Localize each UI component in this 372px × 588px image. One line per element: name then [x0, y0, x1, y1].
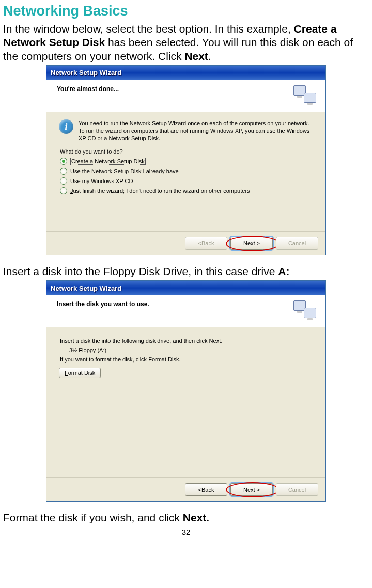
page-number: 32 [0, 527, 372, 536]
next-button[interactable]: Next > [230, 483, 273, 496]
radio-just-finish[interactable]: Just finish the wizard; I don't need to … [60, 187, 313, 194]
middle-paragraph: Insert a disk into the Floppy Disk Drive… [3, 265, 370, 278]
title-bar[interactable]: Network Setup Wizard [47, 66, 326, 80]
instruction-text: Insert a disk the into the following dis… [60, 338, 313, 344]
radio-create-setup-disk[interactable]: Create a Network Setup Disk [60, 158, 313, 165]
back-button[interactable]: < Back [185, 483, 227, 496]
info-icon: i [59, 119, 73, 134]
text: . [208, 50, 211, 62]
text: Insert a disk into the Floppy Disk Drive… [3, 265, 278, 277]
info-text: You need to run the Network Setup Wizard… [79, 119, 313, 143]
wizard-subtitle: Insert the disk you want to use. [57, 300, 319, 308]
text: Format the disk if you wish, and click [3, 511, 183, 523]
wizard-subtitle: You're almost done... [57, 85, 319, 93]
back-button: < Back [185, 237, 227, 250]
cancel-button: Cancel [276, 483, 318, 496]
instruction-text: If you want to format the disk, click Fo… [60, 356, 313, 363]
radio-label: Use the Network Setup Disk I already hav… [70, 168, 179, 174]
format-disk-button[interactable]: Format Disk [59, 368, 101, 378]
wizard-header: You're almost done... [47, 80, 326, 112]
drive-label: 3½ Floppy (A:) [69, 347, 313, 353]
intro-paragraph: In the window below, select the best opt… [3, 22, 370, 63]
cancel-button: Cancel [276, 237, 318, 250]
network-setup-wizard-dialog-1: Network Setup Wizard You're almost done.… [46, 65, 326, 255]
window-title: Network Setup Wizard [51, 284, 121, 292]
computers-icon [293, 85, 318, 107]
button-row: < Back Next > Cancel [47, 231, 326, 255]
text-bold: A: [278, 265, 289, 277]
radio-icon [60, 158, 67, 165]
button-row: < Back Next > Cancel [47, 477, 326, 501]
radio-label: Just finish the wizard; I don't need to … [70, 188, 250, 194]
footer-paragraph: Format the disk if you wish, and click N… [3, 511, 370, 524]
radio-label: Use my Windows XP CD [70, 178, 133, 184]
radio-icon [60, 187, 67, 194]
network-setup-wizard-dialog-2: Network Setup Wizard Insert the disk you… [46, 280, 326, 502]
radio-icon [60, 177, 67, 185]
text-bold: Next [184, 50, 208, 62]
wizard-header: Insert the disk you want to use. [47, 295, 326, 327]
radio-use-xp-cd[interactable]: Use my Windows XP CD [60, 177, 313, 185]
page-heading: Networking Basics [3, 3, 372, 19]
computers-icon [293, 300, 318, 322]
radio-icon [60, 168, 67, 175]
text: In the window below, select the best opt… [3, 23, 294, 35]
title-bar[interactable]: Network Setup Wizard [47, 281, 326, 295]
radio-label: Create a Network Setup Disk [70, 158, 146, 165]
text-bold: Next. [183, 511, 209, 523]
next-button[interactable]: Next > [230, 237, 273, 250]
window-title: Network Setup Wizard [51, 69, 121, 77]
prompt-text: What do you want to do? [60, 148, 313, 155]
radio-use-existing-disk[interactable]: Use the Network Setup Disk I already hav… [60, 168, 313, 175]
